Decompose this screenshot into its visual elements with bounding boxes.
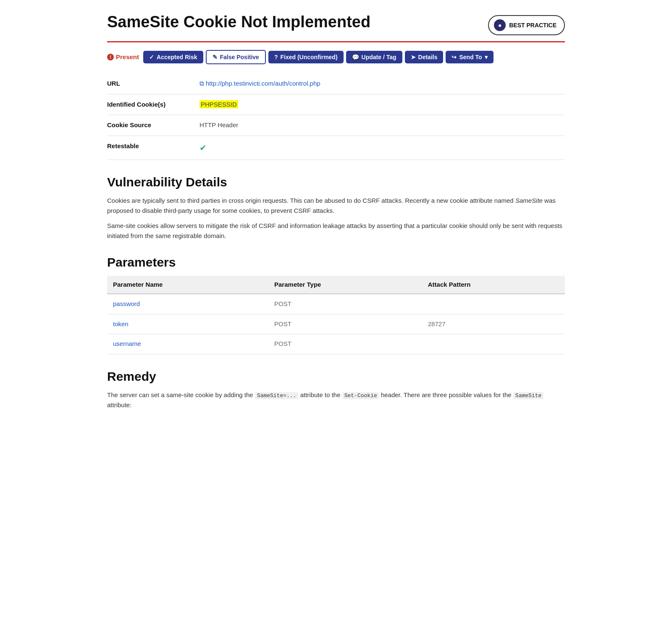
params-header-row: Parameter Name Parameter Type Attack Pat… [107, 276, 565, 294]
param-type-username: POST [268, 334, 422, 354]
send-to-icon: ↪ [452, 54, 457, 60]
remedy-text-end: attribute: [107, 401, 131, 408]
fixed-unconfirmed-button[interactable]: ? Fixed (Unconfirmed) [268, 51, 344, 63]
best-practice-badge: ● BEST PRACTICE [488, 15, 565, 35]
source-value: HTTP Header [200, 115, 565, 136]
badge-label: BEST PRACTICE [509, 21, 556, 30]
update-tag-icon: 💬 [352, 54, 359, 60]
action-toolbar: ! Present ✓ Accepted Risk ✎ False Positi… [107, 50, 565, 64]
cookies-label: Identified Cookie(s) [107, 94, 200, 115]
param-name-password: password [107, 294, 268, 314]
url-value: http://php.testinvicti.com/auth/control.… [206, 79, 320, 89]
remedy-section: Remedy The server can set a same-site co… [107, 367, 565, 411]
parameters-table: Parameter Name Parameter Type Attack Pat… [107, 276, 565, 354]
col-param-type: Parameter Type [268, 276, 422, 294]
send-to-label: Send To [459, 54, 482, 60]
page-title: SameSite Cookie Not Implemented [107, 13, 370, 32]
remedy-text-before: The server can set a same-site cookie by… [107, 391, 255, 398]
retestable-row: Retestable ✔ [107, 136, 565, 160]
lightbulb-icon: ● [494, 19, 506, 31]
param-pattern-username [422, 334, 565, 354]
remedy-code2: Set-Cookie [342, 392, 379, 399]
accepted-risk-button[interactable]: ✓ Accepted Risk [143, 51, 203, 63]
status-dot: ! [107, 54, 114, 60]
dropdown-arrow-icon: ▾ [485, 54, 488, 60]
cookies-value: PHPSESSID [200, 100, 238, 108]
fixed-icon: ? [274, 54, 278, 60]
param-pattern-password [422, 294, 565, 314]
source-row: Cookie Source HTTP Header [107, 115, 565, 136]
source-label: Cookie Source [107, 115, 200, 136]
remedy-text-after: header. There are three possible values … [379, 391, 513, 398]
table-row: token POST 28727 [107, 314, 565, 334]
external-link-icon: ⧉ [200, 79, 204, 89]
send-to-button[interactable]: ↪ Send To ▾ [446, 51, 493, 63]
remedy-title: Remedy [107, 367, 565, 386]
vulnerability-paragraph2: Same-site cookies allow servers to mitig… [107, 221, 565, 241]
update-tag-label: Update / Tag [362, 54, 396, 60]
vulnerability-section: Vulnerability Details Cookies are typica… [107, 173, 565, 241]
accepted-risk-label: Accepted Risk [157, 54, 197, 60]
cookies-row: Identified Cookie(s) PHPSESSID [107, 94, 565, 115]
fixed-label: Fixed (Unconfirmed) [280, 54, 337, 60]
remedy-text-middle: attribute to the [298, 391, 342, 398]
param-type-token: POST [268, 314, 422, 334]
col-param-name: Parameter Name [107, 276, 268, 294]
param-name-username: username [107, 334, 268, 354]
remedy-code3: SameSite [513, 392, 543, 399]
parameters-title: Parameters [107, 253, 565, 272]
false-positive-button[interactable]: ✎ False Positive [206, 50, 266, 64]
details-icon: ➤ [411, 54, 416, 60]
param-type-password: POST [268, 294, 422, 314]
status-label: Present [116, 52, 139, 62]
accepted-risk-icon: ✓ [149, 54, 154, 60]
details-table: URL ⧉ http://php.testinvicti.com/auth/co… [107, 73, 565, 160]
url-row: URL ⧉ http://php.testinvicti.com/auth/co… [107, 73, 565, 94]
param-pattern-token: 28727 [422, 314, 565, 334]
remedy-code1: SameSite=... [255, 392, 299, 399]
table-row: password POST [107, 294, 565, 314]
param-name-token: token [107, 314, 268, 334]
samesite-italic: SameSite [515, 197, 543, 204]
details-label: Details [418, 54, 438, 60]
false-positive-icon: ✎ [213, 54, 218, 60]
col-attack-pattern: Attack Pattern [422, 276, 565, 294]
page-header: SameSite Cookie Not Implemented ● BEST P… [107, 13, 565, 35]
url-link[interactable]: ⧉ http://php.testinvicti.com/auth/contro… [200, 79, 320, 89]
status-present: ! Present [107, 52, 139, 62]
details-button[interactable]: ➤ Details [405, 51, 444, 63]
update-tag-button[interactable]: 💬 Update / Tag [346, 51, 402, 63]
table-row: username POST [107, 334, 565, 354]
remedy-text: The server can set a same-site cookie by… [107, 390, 565, 411]
parameters-section: Parameters Parameter Name Parameter Type… [107, 253, 565, 354]
vulnerability-paragraph1: Cookies are typically sent to third part… [107, 196, 565, 216]
false-positive-label: False Positive [220, 54, 259, 60]
retestable-checkmark: ✔ [200, 143, 207, 152]
retestable-label: Retestable [107, 136, 200, 160]
vulnerability-title: Vulnerability Details [107, 173, 565, 191]
url-label: URL [107, 73, 200, 94]
red-divider [107, 41, 565, 42]
